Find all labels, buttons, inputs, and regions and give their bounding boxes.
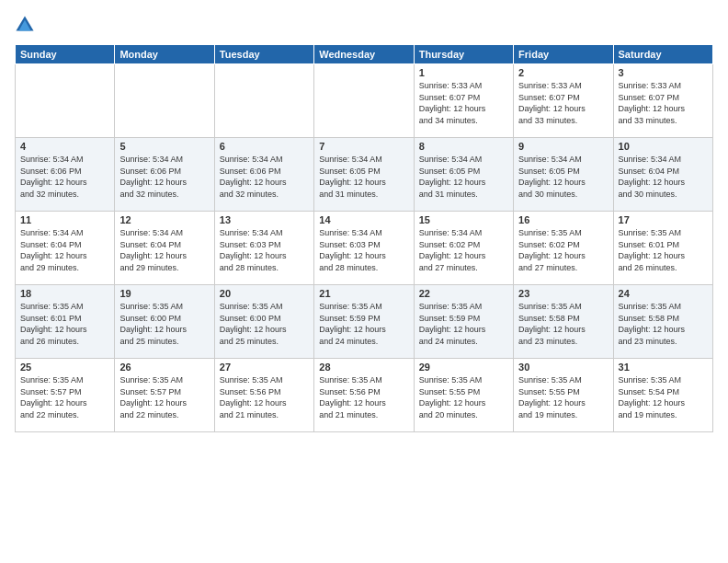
day-number: 8: [419, 141, 508, 152]
calendar-cell: 14Sunrise: 5:34 AM Sunset: 6:03 PM Dayli…: [314, 212, 414, 285]
page: SundayMondayTuesdayWednesdayThursdayFrid…: [0, 0, 728, 563]
calendar: SundayMondayTuesdayWednesdayThursdayFrid…: [15, 44, 713, 432]
week-row-1: 4Sunrise: 5:34 AM Sunset: 6:06 PM Daylig…: [16, 138, 713, 212]
calendar-cell: 25Sunrise: 5:35 AM Sunset: 5:57 PM Dayli…: [16, 359, 115, 432]
day-info: Sunrise: 5:34 AM Sunset: 6:06 PM Dayligh…: [220, 154, 309, 200]
day-info: Sunrise: 5:34 AM Sunset: 6:05 PM Dayligh…: [419, 154, 508, 200]
week-row-0: 1Sunrise: 5:33 AM Sunset: 6:07 PM Daylig…: [16, 64, 713, 138]
day-number: 4: [20, 141, 109, 152]
day-number: 21: [319, 288, 408, 299]
day-info: Sunrise: 5:34 AM Sunset: 6:06 PM Dayligh…: [20, 154, 109, 200]
day-info: Sunrise: 5:33 AM Sunset: 6:07 PM Dayligh…: [619, 80, 708, 126]
day-info: Sunrise: 5:35 AM Sunset: 6:02 PM Dayligh…: [518, 227, 608, 273]
day-info: Sunrise: 5:35 AM Sunset: 5:57 PM Dayligh…: [20, 374, 109, 420]
day-number: 22: [419, 288, 508, 299]
day-info: Sunrise: 5:35 AM Sunset: 5:55 PM Dayligh…: [518, 374, 608, 420]
calendar-cell: [214, 64, 313, 138]
day-number: 31: [619, 362, 708, 373]
calendar-cell: 17Sunrise: 5:35 AM Sunset: 6:01 PM Dayli…: [613, 212, 712, 285]
calendar-cell: 7Sunrise: 5:34 AM Sunset: 6:05 PM Daylig…: [314, 138, 414, 212]
day-info: Sunrise: 5:34 AM Sunset: 6:05 PM Dayligh…: [319, 154, 408, 200]
calendar-cell: 8Sunrise: 5:34 AM Sunset: 6:05 PM Daylig…: [414, 138, 513, 212]
logo: [15, 15, 39, 35]
day-number: 30: [518, 362, 608, 373]
day-info: Sunrise: 5:35 AM Sunset: 6:00 PM Dayligh…: [119, 301, 209, 347]
calendar-cell: 26Sunrise: 5:35 AM Sunset: 5:57 PM Dayli…: [115, 359, 214, 432]
calendar-cell: 22Sunrise: 5:35 AM Sunset: 5:59 PM Dayli…: [414, 285, 513, 359]
day-info: Sunrise: 5:35 AM Sunset: 5:58 PM Dayligh…: [619, 301, 708, 347]
day-info: Sunrise: 5:35 AM Sunset: 6:01 PM Dayligh…: [20, 301, 109, 347]
logo-icon: [15, 15, 35, 35]
weekday-header-row: SundayMondayTuesdayWednesdayThursdayFrid…: [16, 45, 713, 64]
day-info: Sunrise: 5:35 AM Sunset: 5:59 PM Dayligh…: [419, 301, 508, 347]
day-number: 10: [619, 141, 708, 152]
day-number: 6: [220, 141, 309, 152]
day-number: 3: [619, 67, 708, 78]
week-row-4: 25Sunrise: 5:35 AM Sunset: 5:57 PM Dayli…: [16, 359, 713, 432]
calendar-cell: 11Sunrise: 5:34 AM Sunset: 6:04 PM Dayli…: [16, 212, 115, 285]
day-info: Sunrise: 5:35 AM Sunset: 5:58 PM Dayligh…: [518, 301, 608, 347]
calendar-cell: 24Sunrise: 5:35 AM Sunset: 5:58 PM Dayli…: [613, 285, 712, 359]
calendar-cell: 2Sunrise: 5:33 AM Sunset: 6:07 PM Daylig…: [514, 64, 613, 138]
day-info: Sunrise: 5:34 AM Sunset: 6:04 PM Dayligh…: [20, 227, 109, 273]
calendar-cell: 16Sunrise: 5:35 AM Sunset: 6:02 PM Dayli…: [514, 212, 613, 285]
calendar-cell: 5Sunrise: 5:34 AM Sunset: 6:06 PM Daylig…: [115, 138, 214, 212]
day-info: Sunrise: 5:35 AM Sunset: 6:01 PM Dayligh…: [619, 227, 708, 273]
day-number: 23: [518, 288, 608, 299]
calendar-cell: 18Sunrise: 5:35 AM Sunset: 6:01 PM Dayli…: [16, 285, 115, 359]
day-number: 17: [619, 214, 708, 225]
day-info: Sunrise: 5:33 AM Sunset: 6:07 PM Dayligh…: [419, 80, 508, 126]
calendar-cell: 29Sunrise: 5:35 AM Sunset: 5:55 PM Dayli…: [414, 359, 513, 432]
weekday-header-monday: Monday: [115, 45, 214, 64]
calendar-cell: 4Sunrise: 5:34 AM Sunset: 6:06 PM Daylig…: [16, 138, 115, 212]
calendar-cell: 3Sunrise: 5:33 AM Sunset: 6:07 PM Daylig…: [613, 64, 712, 138]
day-info: Sunrise: 5:34 AM Sunset: 6:05 PM Dayligh…: [518, 154, 608, 200]
calendar-cell: 12Sunrise: 5:34 AM Sunset: 6:04 PM Dayli…: [115, 212, 214, 285]
weekday-header-tuesday: Tuesday: [214, 45, 313, 64]
day-number: 19: [119, 288, 209, 299]
day-number: 12: [119, 214, 209, 225]
day-number: 13: [220, 214, 309, 225]
day-number: 11: [20, 214, 109, 225]
day-info: Sunrise: 5:33 AM Sunset: 6:07 PM Dayligh…: [518, 80, 608, 126]
day-number: 27: [220, 362, 309, 373]
day-number: 16: [518, 214, 608, 225]
calendar-cell: 30Sunrise: 5:35 AM Sunset: 5:55 PM Dayli…: [514, 359, 613, 432]
day-info: Sunrise: 5:34 AM Sunset: 6:04 PM Dayligh…: [119, 227, 209, 273]
day-number: 24: [619, 288, 708, 299]
week-row-2: 11Sunrise: 5:34 AM Sunset: 6:04 PM Dayli…: [16, 212, 713, 285]
calendar-cell: [16, 64, 115, 138]
day-number: 5: [119, 141, 209, 152]
calendar-cell: 27Sunrise: 5:35 AM Sunset: 5:56 PM Dayli…: [214, 359, 313, 432]
day-info: Sunrise: 5:34 AM Sunset: 6:06 PM Dayligh…: [119, 154, 209, 200]
day-info: Sunrise: 5:34 AM Sunset: 6:02 PM Dayligh…: [419, 227, 508, 273]
day-number: 29: [419, 362, 508, 373]
weekday-header-thursday: Thursday: [414, 45, 513, 64]
header: [15, 15, 713, 35]
day-number: 1: [419, 67, 508, 78]
calendar-cell: 6Sunrise: 5:34 AM Sunset: 6:06 PM Daylig…: [214, 138, 313, 212]
day-info: Sunrise: 5:35 AM Sunset: 5:56 PM Dayligh…: [319, 374, 408, 420]
calendar-cell: 9Sunrise: 5:34 AM Sunset: 6:05 PM Daylig…: [514, 138, 613, 212]
day-info: Sunrise: 5:34 AM Sunset: 6:04 PM Dayligh…: [619, 154, 708, 200]
day-number: 28: [319, 362, 408, 373]
weekday-header-saturday: Saturday: [613, 45, 712, 64]
calendar-cell: 19Sunrise: 5:35 AM Sunset: 6:00 PM Dayli…: [115, 285, 214, 359]
day-number: 26: [119, 362, 209, 373]
calendar-cell: 13Sunrise: 5:34 AM Sunset: 6:03 PM Dayli…: [214, 212, 313, 285]
calendar-cell: 31Sunrise: 5:35 AM Sunset: 5:54 PM Dayli…: [613, 359, 712, 432]
day-info: Sunrise: 5:35 AM Sunset: 5:56 PM Dayligh…: [220, 374, 309, 420]
day-info: Sunrise: 5:34 AM Sunset: 6:03 PM Dayligh…: [319, 227, 408, 273]
day-number: 15: [419, 214, 508, 225]
weekday-header-sunday: Sunday: [16, 45, 115, 64]
calendar-cell: 10Sunrise: 5:34 AM Sunset: 6:04 PM Dayli…: [613, 138, 712, 212]
calendar-cell: 23Sunrise: 5:35 AM Sunset: 5:58 PM Dayli…: [514, 285, 613, 359]
day-info: Sunrise: 5:35 AM Sunset: 5:57 PM Dayligh…: [119, 374, 209, 420]
week-row-3: 18Sunrise: 5:35 AM Sunset: 6:01 PM Dayli…: [16, 285, 713, 359]
calendar-cell: 28Sunrise: 5:35 AM Sunset: 5:56 PM Dayli…: [314, 359, 414, 432]
day-number: 20: [220, 288, 309, 299]
calendar-cell: 20Sunrise: 5:35 AM Sunset: 6:00 PM Dayli…: [214, 285, 313, 359]
calendar-cell: 21Sunrise: 5:35 AM Sunset: 5:59 PM Dayli…: [314, 285, 414, 359]
day-number: 18: [20, 288, 109, 299]
day-number: 2: [518, 67, 608, 78]
